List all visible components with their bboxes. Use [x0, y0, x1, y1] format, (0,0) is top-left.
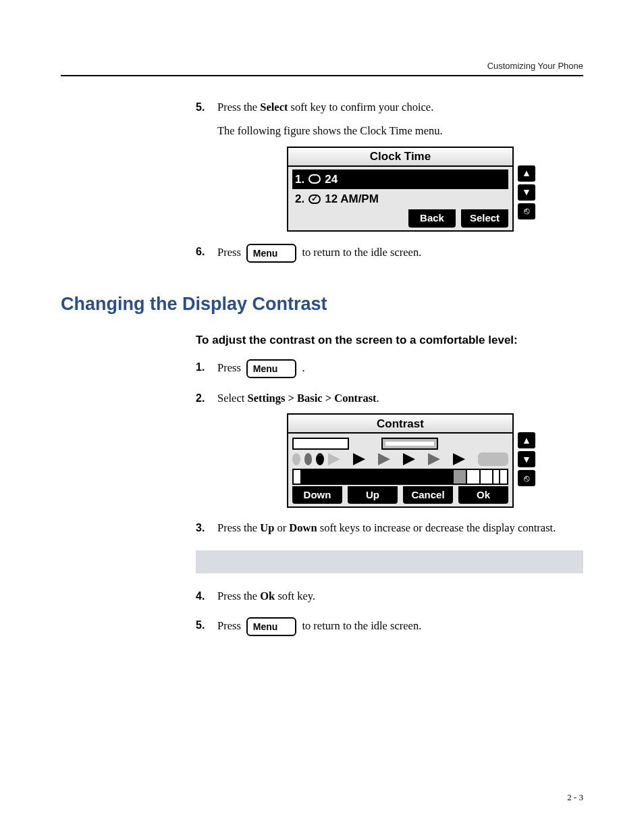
step-number: 2.: [196, 390, 205, 407]
wedge-icon: [353, 453, 374, 465]
steps-group-a: 5. Press the Select soft key to confirm …: [196, 99, 583, 263]
contrast-tab-selected: [381, 438, 438, 450]
menu-path: Settings > Basic > Contrast: [247, 392, 376, 405]
steps-group-b: 1. Press Menu . 2. Select Settings > Bas…: [196, 359, 583, 538]
softkey-back[interactable]: Back: [408, 209, 456, 228]
figure-contrast: Contrast: [217, 413, 583, 508]
step-text-secondary: The following figure shows the Clock Tim…: [217, 123, 583, 140]
slider-thumb-right[interactable]: [499, 469, 508, 485]
contrast-sample-row: [292, 452, 508, 466]
screen-body: 1. 24 2. 12 AM/PM Back Sel: [287, 167, 514, 232]
step-5: 5. Press the Select soft key to confirm …: [196, 99, 583, 232]
step-b4: 4. Press the Ok soft key.: [196, 588, 583, 605]
exit-icon[interactable]: ⎋: [518, 470, 535, 486]
page-up-icon[interactable]: ▲: [518, 432, 535, 448]
step-b1: 1. Press Menu .: [196, 359, 583, 378]
screen-body: Down Up Cancel Ok: [287, 434, 514, 508]
page-down-icon[interactable]: ▼: [518, 451, 535, 467]
option-24[interactable]: 1. 24: [292, 170, 508, 190]
softkey-bar: Down Up Cancel Ok: [292, 486, 508, 504]
page: Customizing Your Phone 5. Press the Sele…: [0, 0, 644, 834]
contrast-tabs: [292, 438, 508, 450]
softkey-down[interactable]: Down: [292, 486, 342, 504]
step-text: Press Menu to return to the idle screen.: [217, 617, 583, 636]
subheading: To adjust the contrast on the screen to …: [196, 334, 583, 347]
steps-group-b-cont: 4. Press the Ok soft key. 5. Press Menu …: [196, 588, 583, 636]
radio-icon: [308, 174, 321, 184]
header-rule: [61, 75, 583, 76]
step-text: Press the Ok soft key.: [217, 590, 315, 602]
screen-title: Contrast: [287, 413, 514, 434]
wedge-icon: [453, 453, 474, 465]
softkey-ref-up: Up: [260, 521, 274, 534]
figure-clock-time: Clock Time 1. 24 2. 12 AM/PM: [217, 147, 583, 232]
contrast-slider[interactable]: [292, 469, 508, 485]
content-column-2: To adjust the contrast on the screen to …: [196, 334, 583, 636]
step-b3: 3. Press the Up or Down soft keys to inc…: [196, 520, 583, 537]
wedge-icon: [403, 453, 424, 465]
phone-screen-contrast: Contrast: [287, 413, 514, 508]
softkey-ok[interactable]: Ok: [458, 486, 508, 504]
page-number: 2 - 3: [567, 792, 583, 803]
slider-thumb-left[interactable]: [292, 469, 302, 485]
softkey-up[interactable]: Up: [348, 486, 398, 504]
content-column: 5. Press the Select soft key to confirm …: [196, 99, 583, 263]
step-number: 5.: [196, 99, 205, 115]
circle-icon: [316, 453, 324, 465]
note-block: [196, 550, 583, 573]
softkey-select[interactable]: Select: [461, 209, 508, 228]
wedge-icon: [428, 453, 449, 465]
step-6: 6. Press Menu to return to the idle scre…: [196, 244, 583, 263]
step-number: 4.: [196, 588, 205, 604]
step-text: Press the Up or Down soft keys to increa…: [217, 521, 556, 534]
radio-checked-icon: [308, 194, 321, 204]
wedge-icon: [378, 453, 399, 465]
contrast-tab: [292, 438, 349, 450]
section-heading: Changing the Display Contrast: [61, 294, 583, 315]
page-down-icon[interactable]: ▼: [518, 184, 535, 201]
softkey-cancel[interactable]: Cancel: [403, 486, 453, 504]
softkey-ref-select: Select: [260, 101, 288, 113]
step-b5: 5. Press Menu to return to the idle scre…: [196, 617, 583, 636]
grey-blotch: [478, 452, 508, 466]
step-number: 3.: [196, 520, 205, 536]
option-12ampm[interactable]: 2. 12 AM/PM: [292, 189, 508, 209]
side-icon-stack: ▲ ▼ ⎋: [518, 165, 537, 219]
step-number: 6.: [196, 244, 205, 260]
step-b2: 2. Select Settings > Basic > Contrast. C…: [196, 390, 583, 509]
softkey-bar: Back Select: [292, 209, 508, 228]
circle-icon: [292, 453, 300, 465]
side-icon-stack: ▲ ▼ ⎋: [518, 432, 537, 486]
running-header: Customizing Your Phone: [61, 61, 583, 71]
wedge-icon: [328, 453, 349, 465]
step-number: 1.: [196, 359, 205, 375]
step-number: 5.: [196, 617, 205, 633]
exit-icon[interactable]: ⎋: [518, 203, 535, 219]
circle-icon: [304, 453, 313, 465]
screen-title: Clock Time: [287, 147, 514, 167]
softkey-ref-ok: Ok: [260, 590, 275, 602]
step-text: Press Menu to return to the idle screen.: [217, 244, 583, 263]
step-text: Press Menu .: [217, 359, 583, 378]
step-text: Select Settings > Basic > Contrast.: [217, 392, 379, 405]
menu-button[interactable]: Menu: [246, 617, 297, 636]
step-text: Press the Select soft key to confirm you…: [217, 101, 433, 113]
page-up-icon[interactable]: ▲: [518, 165, 535, 182]
softkey-ref-down: Down: [289, 521, 317, 534]
phone-screen-clock: Clock Time 1. 24 2. 12 AM/PM: [287, 147, 514, 232]
menu-button[interactable]: Menu: [246, 359, 297, 378]
menu-button[interactable]: Menu: [246, 244, 297, 263]
